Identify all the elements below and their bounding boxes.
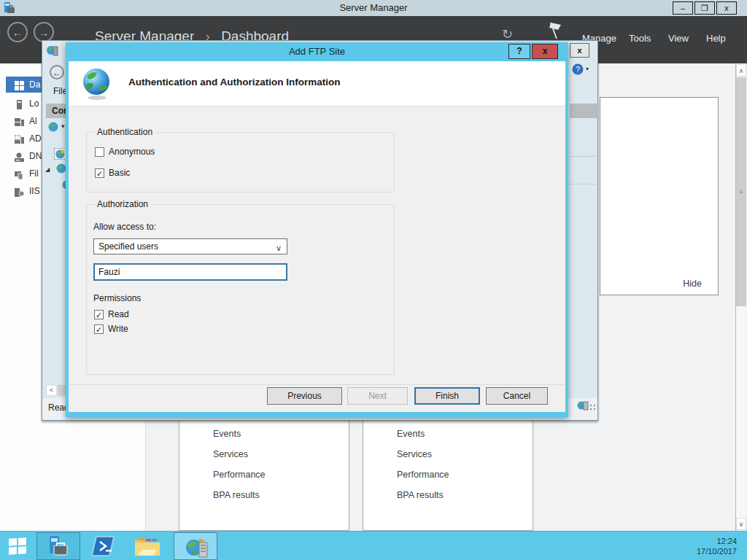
- os-titlebar: Server Manager – ❐ x: [0, 0, 747, 16]
- ad-ds-icon: [15, 133, 24, 149]
- resize-grip-icon[interactable]: [589, 404, 597, 411]
- dashboard-grid-icon: [15, 79, 24, 96]
- allow-access-label: Allow access to:: [93, 222, 156, 232]
- cancel-button[interactable]: Cancel: [486, 387, 548, 405]
- dns-icon: [15, 151, 24, 167]
- iis-back-icon[interactable]: ←: [50, 65, 64, 79]
- menu-view[interactable]: View: [668, 33, 689, 44]
- tile2-bpa-results-link[interactable]: BPA results: [397, 490, 444, 500]
- local-server-icon: [15, 98, 24, 114]
- allow-access-value: Specified users: [98, 241, 158, 252]
- clock-date: 17/10/2017: [678, 546, 737, 556]
- restore-button[interactable]: ❐: [694, 1, 715, 15]
- iis-window-icon: [46, 44, 59, 61]
- allow-access-dropdown[interactable]: Specified users ∨: [93, 238, 287, 254]
- iis-help-caret-icon[interactable]: ▾: [586, 66, 589, 72]
- tile2-events-link[interactable]: Events: [397, 429, 425, 439]
- start-button[interactable]: [9, 537, 26, 555]
- tile2-services-link[interactable]: Services: [397, 449, 432, 459]
- dialog-close-button[interactable]: x: [532, 44, 558, 59]
- welcome-panel: Hide: [600, 97, 719, 295]
- iis-connect-caret-icon[interactable]: ▾: [61, 122, 65, 130]
- taskbar-file-explorer-icon[interactable]: [134, 535, 160, 560]
- iis-actions-separator2: [570, 184, 599, 184]
- iis-hscroll-left-icon[interactable]: <: [46, 385, 57, 396]
- read-label[interactable]: Read: [108, 309, 129, 319]
- add-ftp-site-dialog: Add FTP Site ? x Authenticatio: [66, 42, 568, 417]
- iis-sidebar-icon: [15, 186, 24, 202]
- footer-separator: [69, 384, 565, 385]
- taskbar-clock[interactable]: 12:24 17/10/2017: [678, 536, 737, 556]
- scrollbar-thumb[interactable]: ≡: [736, 77, 746, 306]
- iis-help-icon[interactable]: ?: [572, 63, 584, 78]
- dialog-header-title: Authentication and Authorization Informa…: [128, 77, 340, 88]
- scroll-down-icon[interactable]: ∨: [736, 518, 746, 530]
- authorization-group: Authorization Allow access to: Specified…: [86, 204, 395, 375]
- svg-text:?: ?: [576, 65, 580, 74]
- iis-actions-separator: [570, 156, 599, 157]
- menu-tools[interactable]: Tools: [629, 33, 651, 44]
- authentication-group: Authentication Anonymous ✓ Basic: [86, 132, 395, 192]
- iis-close-button[interactable]: x: [570, 43, 589, 58]
- menu-help[interactable]: Help: [706, 33, 726, 44]
- servers-icon: [15, 116, 24, 132]
- read-checkbox[interactable]: ✓: [94, 310, 104, 319]
- close-button[interactable]: x: [716, 1, 737, 15]
- authorization-group-label: Authorization: [94, 199, 151, 209]
- window-title: Server Manager: [0, 0, 747, 16]
- dialog-title: Add FTP Site: [66, 42, 568, 61]
- back-icon[interactable]: ←: [7, 22, 28, 42]
- finish-button[interactable]: Finish: [414, 387, 480, 405]
- iis-status-globe-icon: [577, 400, 589, 415]
- tile1-bpa-results-link[interactable]: BPA results: [213, 490, 260, 500]
- permissions-label: Permissions: [93, 293, 141, 303]
- iis-tree-start-page[interactable]: [54, 148, 66, 160]
- iis-actions-header: [570, 104, 599, 118]
- thumb-grip-icon: ≡: [739, 188, 743, 195]
- minimize-button[interactable]: –: [673, 1, 693, 15]
- tile1-events-link[interactable]: Events: [213, 429, 241, 439]
- basic-checkbox[interactable]: ✓: [95, 168, 104, 178]
- tile1-services-link[interactable]: Services: [213, 449, 248, 459]
- dialog-body: Authentication Anonymous ✓ Basic Authori…: [69, 106, 565, 412]
- dialog-header: Authentication and Authorization Informa…: [69, 61, 565, 106]
- screen: Server Manager – ❐ x ← → Server Manager …: [0, 0, 747, 560]
- forward-icon[interactable]: →: [34, 22, 54, 42]
- iis-connect-globe-icon[interactable]: [48, 122, 59, 136]
- taskbar-server-manager-button[interactable]: [36, 532, 80, 560]
- previous-button[interactable]: Previous: [267, 387, 342, 405]
- dialog-help-button[interactable]: ?: [508, 44, 530, 59]
- scroll-up-icon[interactable]: ∧: [736, 64, 746, 77]
- taskbar-iis-button[interactable]: [174, 532, 217, 560]
- chevron-down-icon: ∨: [276, 241, 282, 255]
- authentication-group-label: Authentication: [94, 127, 155, 137]
- ftp-globe-icon: [82, 67, 114, 104]
- vertical-scrollbar[interactable]: ∧ ≡ ∨: [735, 63, 746, 531]
- write-label[interactable]: Write: [108, 324, 128, 334]
- next-button: Next: [347, 387, 408, 405]
- write-checkbox[interactable]: ✓: [94, 324, 104, 334]
- iis-tree-server-node[interactable]: ◢: [45, 163, 66, 176]
- anonymous-label[interactable]: Anonymous: [109, 147, 155, 157]
- clock-time: 12:24: [678, 536, 737, 546]
- basic-label[interactable]: Basic: [109, 168, 130, 178]
- tile1-performance-link[interactable]: Performance: [213, 470, 266, 480]
- taskbar: ! 12:24 17/10/2017: [0, 531, 747, 560]
- file-storage-icon: [15, 168, 24, 184]
- tree-expander-icon[interactable]: ◢: [45, 166, 50, 173]
- users-input[interactable]: [93, 263, 287, 281]
- tile2-performance-link[interactable]: Performance: [397, 470, 449, 480]
- taskbar-powershell-icon[interactable]: [92, 535, 115, 560]
- hide-link[interactable]: Hide: [683, 279, 702, 289]
- anonymous-checkbox[interactable]: [95, 147, 104, 157]
